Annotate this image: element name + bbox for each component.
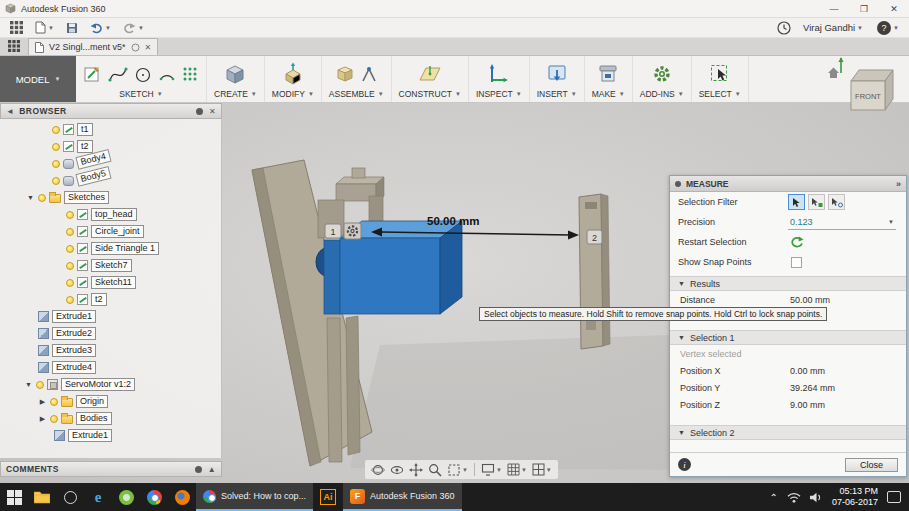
action-center-icon[interactable]: [887, 491, 901, 503]
minimize-button[interactable]: —: [819, 0, 849, 18]
construction-plane-icon[interactable]: [417, 63, 443, 85]
network-icon[interactable]: [787, 492, 801, 503]
visibility-bulb-icon[interactable]: [66, 262, 74, 270]
redo-button[interactable]: ▼: [121, 19, 146, 37]
pattern-tool-icon[interactable]: [181, 65, 199, 83]
create-solid-icon[interactable]: [223, 62, 247, 86]
browser-item-label[interactable]: Circle_joint: [91, 225, 144, 238]
insert-icon[interactable]: [546, 63, 568, 85]
help-menu[interactable]: ?▼: [875, 19, 901, 37]
browser-item-label[interactable]: Origin: [76, 395, 108, 408]
browser-item-extrude1-child[interactable]: Extrude1: [0, 427, 112, 444]
browser-item-label[interactable]: Extrude4: [52, 361, 96, 374]
expand-arrow-icon[interactable]: ▼: [24, 381, 33, 388]
panel-dot-icon[interactable]: [196, 108, 203, 115]
restart-selection-icon[interactable]: [790, 236, 804, 249]
add-ins-menu[interactable]: ADD-INS▼: [640, 89, 684, 99]
press-pull-icon[interactable]: [281, 62, 305, 86]
selection1-section-header[interactable]: ▼ Selection 1: [670, 330, 906, 345]
measure-dialog-header[interactable]: MEASURE »: [670, 176, 906, 192]
taskbar-chrome-window[interactable]: Solved: How to cop...: [196, 483, 313, 511]
filter-body-button[interactable]: [788, 194, 805, 210]
make-menu[interactable]: MAKE▼: [592, 89, 625, 99]
zoom-tool[interactable]: [426, 461, 444, 478]
add-ins-gear-icon[interactable]: [651, 63, 673, 85]
create-sketch-icon[interactable]: [83, 64, 103, 84]
document-tab[interactable]: V2 Singl...ment v5* ✕: [28, 38, 158, 55]
taskbar-illustrator[interactable]: Ai: [313, 483, 343, 511]
browser-item-label[interactable]: Extrude1: [68, 429, 112, 442]
close-window-button[interactable]: ✕: [879, 0, 909, 18]
viewports-menu[interactable]: ▼: [530, 461, 554, 478]
arc-tool-icon[interactable]: [158, 64, 176, 84]
filter-component-button[interactable]: [808, 194, 825, 210]
browser-item-label[interactable]: Sketches: [64, 191, 109, 204]
construct-menu[interactable]: CONSTRUCT▼: [399, 89, 461, 99]
browser-item-t2-sketch[interactable]: t2: [0, 291, 107, 308]
browser-item-label[interactable]: t2: [77, 140, 93, 153]
panel-dot-icon[interactable]: [195, 466, 202, 473]
visibility-bulb-icon[interactable]: [66, 279, 74, 287]
visibility-bulb-icon[interactable]: [66, 245, 74, 253]
visibility-bulb-icon[interactable]: [38, 194, 46, 202]
expand-arrow-icon[interactable]: ▼: [26, 194, 35, 201]
tray-expand-icon[interactable]: ⌃: [770, 492, 778, 503]
taskbar-clock[interactable]: 05:13 PM 07-06-2017: [832, 486, 878, 508]
browser-header[interactable]: ◄ BROWSER ✕: [0, 103, 222, 119]
panel-close-icon[interactable]: ✕: [209, 107, 216, 116]
browser-item-label[interactable]: top_head: [91, 208, 137, 221]
browser-item-extrude2[interactable]: Extrude2: [0, 325, 96, 342]
visibility-bulb-icon[interactable]: [36, 381, 44, 389]
browser-item-label[interactable]: t2: [91, 293, 107, 306]
chrome-icon[interactable]: [140, 483, 168, 511]
browser-item-extrude1[interactable]: Extrude1: [0, 308, 96, 325]
browser-item-label[interactable]: t1: [77, 123, 93, 136]
tab-close-icon[interactable]: ✕: [145, 43, 152, 52]
bracket-leg-right[interactable]: [346, 316, 360, 455]
browser-item-sketch11[interactable]: Sketch11: [0, 274, 136, 291]
restore-button[interactable]: ❐: [849, 0, 879, 18]
visibility-bulb-icon[interactable]: [52, 177, 60, 185]
joint-icon[interactable]: [360, 63, 378, 85]
firefox-icon[interactable]: [168, 483, 196, 511]
browser-item-sketch7[interactable]: Sketch7: [0, 257, 132, 274]
undo-button[interactable]: ▼: [88, 19, 113, 37]
browser-item-t1[interactable]: t1: [0, 121, 93, 138]
browser-item-label[interactable]: Bodies: [76, 412, 112, 425]
browser-item-bodies[interactable]: ▶Bodies: [0, 410, 112, 427]
visibility-bulb-icon[interactable]: [66, 211, 74, 219]
selection2-section-header[interactable]: ▼ Selection 2: [670, 425, 906, 440]
panel-dock-icon[interactable]: »: [896, 179, 901, 189]
visibility-bulb-icon[interactable]: [52, 126, 60, 134]
visibility-bulb-icon[interactable]: [50, 398, 58, 406]
grid-snaps-menu[interactable]: ▼: [505, 461, 529, 478]
inspect-menu[interactable]: INSPECT▼: [476, 89, 522, 99]
browser-item-label[interactable]: Extrude1: [52, 310, 96, 323]
assemble-menu[interactable]: ASSEMBLE▼: [329, 89, 384, 99]
fit-tool[interactable]: ▼: [445, 461, 470, 478]
browser-item-label[interactable]: ServoMotor v1:2: [61, 378, 135, 391]
browser-item-t2[interactable]: t2: [0, 138, 93, 155]
bracket-knob[interactable]: [352, 168, 365, 178]
select-menu[interactable]: SELECT▼: [699, 89, 741, 99]
browser-item-label[interactable]: Sketch7: [91, 259, 132, 272]
visibility-bulb-icon[interactable]: [50, 415, 58, 423]
browser-item-extrude3[interactable]: Extrude3: [0, 342, 96, 359]
data-panel-toggle[interactable]: [0, 37, 28, 55]
bracket-leg-left[interactable]: [327, 318, 342, 462]
browser-item-label[interactable]: Extrude3: [52, 344, 96, 357]
servo-side-face[interactable]: [440, 221, 462, 314]
browser-item-origin[interactable]: ▶Origin: [0, 393, 108, 410]
user-account-menu[interactable]: Viraj Gandhi▼: [801, 19, 865, 37]
results-section-header[interactable]: ▼ Results: [670, 276, 906, 291]
select-tool-icon[interactable]: [709, 63, 731, 85]
viewcube[interactable]: FRONT: [827, 57, 899, 117]
browser-item-sketches-folder[interactable]: ▼Sketches: [0, 189, 109, 206]
browser-item-label[interactable]: Side Triangle 1: [91, 242, 159, 255]
look-at-tool[interactable]: [388, 461, 406, 478]
info-icon[interactable]: i: [678, 458, 691, 471]
tab-sync-icon[interactable]: [131, 43, 140, 52]
visibility-bulb-icon[interactable]: [52, 160, 60, 168]
servo-flange[interactable]: [324, 240, 340, 314]
browser-item-top-head[interactable]: top_head: [0, 206, 137, 223]
